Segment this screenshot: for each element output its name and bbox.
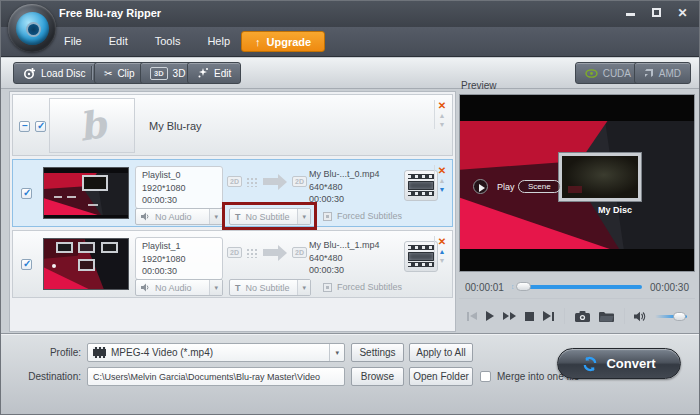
- move-up-icon[interactable]: ▲: [439, 177, 446, 185]
- film-strip-bottom: [408, 262, 434, 267]
- playlist1-forced-subtitles[interactable]: Forced Subtitles: [323, 282, 402, 292]
- menu-scene-button: Scene: [518, 180, 561, 193]
- chevron-down-icon[interactable]: ▾: [297, 280, 310, 295]
- seek-handle[interactable]: [516, 282, 531, 291]
- disc-row[interactable]: b My Blu-ray ✕ ▲ ▼: [12, 94, 453, 156]
- camera-icon: [575, 311, 590, 322]
- playlist1-checkbox[interactable]: [21, 259, 32, 270]
- convert-button[interactable]: Convert: [557, 348, 681, 379]
- menu-file[interactable]: File: [64, 35, 82, 47]
- delete-icon[interactable]: ✕: [438, 165, 446, 176]
- move-up-icon[interactable]: ▲: [439, 112, 446, 120]
- playlist1-thumbnail: [43, 238, 129, 290]
- playlist0-format-icon[interactable]: [404, 170, 438, 201]
- delete-icon[interactable]: ✕: [438, 100, 446, 111]
- forced-subtitles-checkbox[interactable]: [323, 283, 332, 292]
- thumb1-scene-frame: [56, 242, 73, 253]
- collapse-toggle-icon[interactable]: [19, 121, 30, 132]
- fast-forward-button[interactable]: [503, 312, 516, 320]
- move-down-icon[interactable]: ▼: [439, 257, 446, 265]
- playlist0-checkbox[interactable]: [21, 188, 32, 199]
- close-button[interactable]: ✕: [676, 5, 689, 21]
- load-disc-icon: [23, 67, 36, 80]
- cuda-label: CUDA: [603, 68, 631, 79]
- menu-tools[interactable]: Tools: [155, 35, 181, 47]
- playlist0-thumbnail: [43, 167, 129, 219]
- playlist0-output-name: My Blu-...t_0.mp4: [309, 168, 403, 181]
- volume-slider[interactable]: [655, 315, 687, 318]
- playlist-row-0[interactable]: Playlist_0 1920*1080 00:00:30 2D 2D My B…: [12, 159, 453, 227]
- clip-label: Clip: [117, 68, 134, 79]
- chevron-down-icon[interactable]: ▾: [209, 209, 222, 224]
- arrow-right-icon: [263, 178, 279, 185]
- move-down-icon[interactable]: ▼: [439, 186, 446, 194]
- menu-play-label: Play: [497, 182, 515, 192]
- edit-button[interactable]: Edit: [187, 62, 241, 84]
- playlist0-duration: 00:00:30: [142, 194, 216, 207]
- minimize-icon: [626, 13, 635, 16]
- seek-slider[interactable]: [512, 285, 642, 289]
- arrow-right-icon: [263, 249, 279, 256]
- next-button[interactable]: [543, 311, 554, 321]
- 2d-in-badge: 2D: [227, 176, 242, 187]
- playlist1-subtitle-dropdown[interactable]: T No Subtitle ▾: [229, 279, 311, 296]
- menu-play-icon: [473, 179, 488, 194]
- menu-help[interactable]: Help: [207, 35, 230, 47]
- menu-edit[interactable]: Edit: [109, 35, 128, 47]
- playlist-row-1[interactable]: Playlist_1 1920*1080 00:00:30 2D 2D My B…: [12, 230, 453, 298]
- edit-label: Edit: [214, 68, 231, 79]
- playlist1-audio-dropdown[interactable]: No Audio ▾: [135, 279, 223, 296]
- disc-row-controls: ✕ ▲ ▼: [434, 100, 449, 129]
- playlist0-audio-dropdown[interactable]: No Audio ▾: [135, 208, 223, 225]
- forced-subtitles-checkbox[interactable]: [323, 212, 332, 221]
- move-down-icon[interactable]: ▼: [439, 121, 446, 129]
- destination-input[interactable]: [87, 367, 345, 386]
- minimize-button[interactable]: [624, 5, 637, 21]
- open-snapshot-folder-button[interactable]: [599, 311, 614, 322]
- playlist1-conversion-indicator: 2D 2D: [227, 247, 307, 258]
- playlist0-forced-subtitles[interactable]: Forced Subtitles: [323, 211, 402, 221]
- film-strip-bottom: [408, 191, 434, 196]
- speaker-icon: [141, 283, 150, 292]
- text-t-icon: T: [235, 283, 241, 293]
- chevron-down-icon[interactable]: ▾: [209, 280, 222, 295]
- playlist1-row-controls: ✕ ▲ ▼: [434, 236, 449, 265]
- bluray-b-icon: b: [76, 104, 109, 146]
- browse-button[interactable]: Browse: [351, 367, 404, 386]
- upgrade-button[interactable]: ↑ Upgrade: [241, 31, 325, 52]
- playlist1-format-icon[interactable]: [404, 241, 438, 272]
- 2d-in-badge: 2D: [227, 247, 242, 258]
- video-preview[interactable]: Play Scene My Disc: [459, 94, 695, 272]
- browse-label: Browse: [361, 371, 394, 382]
- controls-divider: [624, 308, 625, 324]
- settings-button[interactable]: Settings: [351, 343, 404, 362]
- profile-dropdown[interactable]: MPEG-4 Video (*.mp4) ▾: [87, 343, 345, 362]
- preview-title: Preview: [461, 80, 497, 91]
- move-up-icon[interactable]: ▲: [439, 248, 446, 256]
- film-strip-top: [408, 245, 434, 250]
- thumb1-scene-frame: [101, 242, 118, 253]
- audio-value: No Audio: [155, 212, 204, 222]
- snapshot-button[interactable]: [575, 311, 590, 322]
- volume-handle[interactable]: [673, 312, 686, 321]
- thumb1-play-mark: [52, 264, 56, 268]
- window-title: Free Blu-ray Ripper: [59, 7, 161, 19]
- dots-icon: [246, 177, 259, 187]
- disc-checkbox[interactable]: [35, 121, 46, 132]
- folder-icon: [599, 311, 614, 322]
- play-button[interactable]: [486, 311, 494, 321]
- mute-button[interactable]: [634, 311, 646, 322]
- clip-button[interactable]: ✂ Clip: [94, 62, 145, 84]
- maximize-button[interactable]: [650, 5, 663, 21]
- delete-icon[interactable]: ✕: [438, 236, 446, 247]
- chevron-down-icon[interactable]: ▾: [329, 344, 344, 361]
- merge-checkbox[interactable]: [480, 371, 491, 382]
- apply-to-all-button[interactable]: Apply to All: [409, 343, 473, 362]
- previous-button[interactable]: [467, 312, 477, 321]
- thumb0-play-mark: [54, 196, 62, 198]
- convert-label: Convert: [606, 356, 655, 371]
- file-list-panel: b My Blu-ray ✕ ▲ ▼: [9, 91, 456, 332]
- stop-button[interactable]: [525, 312, 534, 321]
- audio-value: No Audio: [155, 283, 204, 293]
- open-folder-button[interactable]: Open Folder: [409, 367, 473, 386]
